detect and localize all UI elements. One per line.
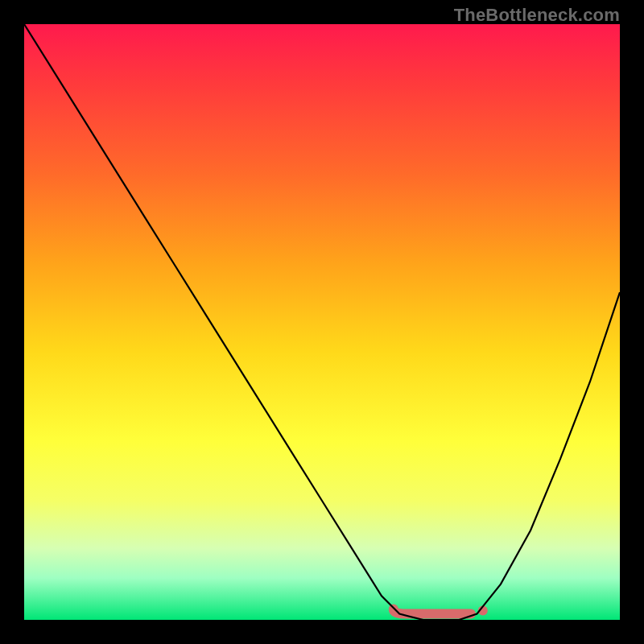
gradient-plot-area <box>24 24 620 620</box>
watermark-text: TheBottleneck.com <box>454 5 620 26</box>
chart-frame: TheBottleneck.com <box>0 0 644 644</box>
